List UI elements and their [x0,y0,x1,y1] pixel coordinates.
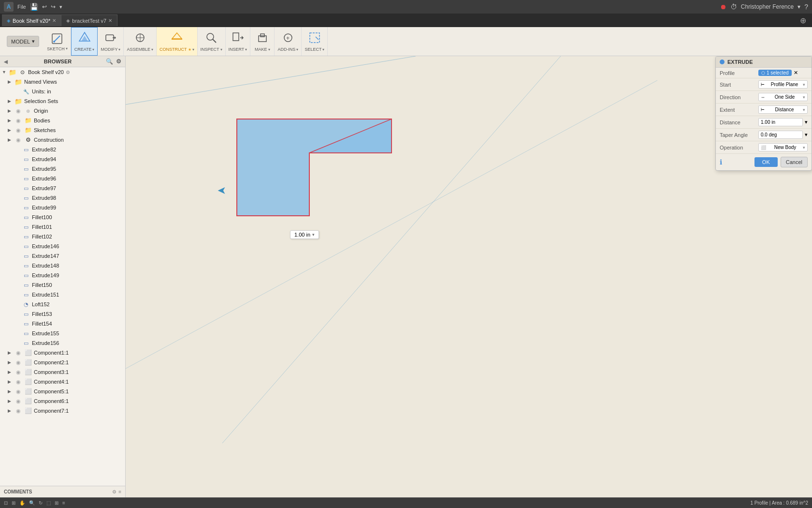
tab-brackettest-close[interactable]: ✕ [108,18,112,23]
undo-button[interactable]: ↩ [42,3,47,10]
bodies-folder-icon: 📁 [24,117,32,124]
svg-rect-13 [233,33,239,41]
sidebar-search-icon[interactable]: 🔍 [106,58,113,65]
construction-arrow: ▶ [8,137,14,142]
sidebar-item-named-views[interactable]: ▶ 📁 Named Views [0,77,125,87]
help-button[interactable]: ? [804,3,808,11]
profile-clear-button[interactable]: ✕ [794,70,798,76]
tree-item-loft152[interactable]: ◔ Loft152 [0,299,125,309]
tree-item-extrude149[interactable]: ▭ Extrude149 [0,270,125,280]
user-dropdown-arrow[interactable]: ▾ [798,3,800,10]
e99-label: Extrude99 [32,205,56,210]
sidebar-collapse-arrow[interactable]: ◀ [4,59,8,64]
canvas[interactable]: ➤ 1.00 in ▾ RIGHT BACK EXTRU [126,56,812,497]
tree-item-extrude82[interactable]: ▭ Extrude82 [0,145,125,154]
file-menu[interactable]: File [17,4,26,10]
tree-item-extrude96[interactable]: ▭ Extrude96 [0,174,125,183]
tab-brackettest[interactable]: ◈ bracketTest v7 ✕ [61,15,117,26]
tree-item-extrude98[interactable]: ▭ Extrude98 [0,193,125,203]
dialog-ok-button[interactable]: OK [754,157,778,167]
dialog-info-button[interactable]: ℹ [720,158,722,166]
sidebar-item-origin[interactable]: ▶ ◉ ⊕ Origin [0,106,125,116]
select-tool[interactable]: SELECT ▾ [302,27,328,56]
status-grid-toggle[interactable]: ⊞ [55,500,58,506]
model-dropdown[interactable]: MODEL ▾ [7,36,39,47]
sidebar-item-sketches[interactable]: ▶ ◉ 📁 Sketches [0,125,125,135]
tabbar-expand[interactable]: ⊕ [800,16,810,25]
svg-marker-10 [172,33,182,39]
tree-item-component7[interactable]: ▶ ◉ ⬜ Component7:1 [0,406,125,416]
tree-item-component3[interactable]: ▶ ◉ ⬜ Component3:1 [0,367,125,377]
sidebar-item-selection-sets[interactable]: ▶ 📁 Selection Sets [0,96,125,106]
status-orbit-icon[interactable]: ↻ [39,500,43,506]
tree-item-fillet101[interactable]: ▭ Fillet101 [0,222,125,232]
addins-tool[interactable]: + ADD-INS ▾ [275,27,302,56]
direction-dropdown[interactable]: ↔ One Side ▾ [758,93,808,101]
modify-tool[interactable]: MODIFY ▾ [98,27,124,56]
comments-collapse-icon[interactable]: ≡ [118,489,121,494]
distance-input-arrow[interactable]: ▾ [805,119,808,125]
save-button[interactable]: 💾 [30,3,38,11]
tree-root[interactable]: ▼ 📁 ⊙ Book Shelf v20 ⚙ [0,67,125,77]
tree-item-component1[interactable]: ▶ ◉ ⬜ Component1:1 [0,348,125,358]
distance-input[interactable] [758,118,803,126]
status-zoom-icon[interactable]: 🔍 [29,500,35,506]
status-grid-icon[interactable]: ⊞ [12,500,15,506]
f100-icon: ▭ [22,213,30,221]
tabbar: ◈ Book Shelf v20* ✕ ◈ bracketTest v7 ✕ ⊕ [0,14,812,27]
tree-item-extrude151[interactable]: ▭ Extrude151 [0,290,125,299]
redo-button[interactable]: ↪ [51,3,56,10]
tree-item-fillet153[interactable]: ▭ Fillet153 [0,309,125,319]
status-display-icon[interactable]: ⬚ [46,500,51,506]
sidebar-item-construction[interactable]: ▶ ◉ ⚙ Construction [0,135,125,145]
tree-item-extrude97[interactable]: ▭ Extrude97 [0,183,125,193]
extent-dropdown[interactable]: ⊢ Distance ▾ [758,105,808,114]
sketch-tool[interactable]: SKETCH ▾ [44,27,71,56]
tree-item-fillet100[interactable]: ▭ Fillet100 [0,212,125,222]
operation-dropdown[interactable]: ⬜ New Body ▾ [758,143,808,151]
start-dropdown[interactable]: ⊢ Profile Plane ▾ [758,80,808,89]
status-pan-icon[interactable]: ✋ [19,500,25,506]
create-tool[interactable]: CREATE ▾ [71,27,98,56]
taper-input-arrow[interactable]: ▾ [805,132,808,138]
comments-settings-icon[interactable]: ⚙ [112,489,116,494]
tab-bookshelf-close[interactable]: ✕ [52,18,56,23]
tree-item-extrude99[interactable]: ▭ Extrude99 [0,203,125,212]
profile-selected-badge[interactable]: ⬡ 1 selected [758,70,792,76]
tree-item-extrude94[interactable]: ▭ Extrude94 [0,154,125,164]
svg-line-19 [126,56,416,105]
make-tool[interactable]: MAKE ▾ [250,27,275,56]
sidebar-item-bodies[interactable]: ▶ ◉ 📁 Bodies [0,116,125,125]
tree-item-extrude146[interactable]: ▭ Extrude146 [0,241,125,251]
tree-item-fillet150[interactable]: ▭ Fillet150 [0,280,125,290]
distance-dropdown-arrow[interactable]: ▾ [312,232,315,237]
inspect-tool[interactable]: INSPECT ▾ [198,27,226,56]
tree-item-extrude155[interactable]: ▭ Extrude155 [0,329,125,338]
distance-label[interactable]: 1.00 in ▾ [290,230,319,239]
tree-item-component4[interactable]: ▶ ◉ ⬜ Component4:1 [0,377,125,387]
dialog-cancel-button[interactable]: Cancel [781,157,808,167]
user-name[interactable]: Christopher Ference [741,3,794,10]
tree-item-extrude156[interactable]: ▭ Extrude156 [0,338,125,348]
status-camera-icon[interactable]: ⊡ [4,500,8,506]
tree-item-component5[interactable]: ▶ ◉ ⬜ Component5:1 [0,387,125,396]
construct-tool[interactable]: CONSTRUCT ★ ▾ [157,27,198,56]
extra-controls[interactable]: ▾ [59,4,62,10]
tree-item-component2[interactable]: ▶ ◉ ⬜ Component2:1 [0,358,125,367]
tree-item-extrude148[interactable]: ▭ Extrude148 [0,261,125,270]
status-extra[interactable]: ≡ [62,500,65,506]
insert-tool[interactable]: INSERT ▾ [226,27,251,56]
create-arrow: ▾ [92,47,94,52]
tab-bookshelf[interactable]: ◈ Book Shelf v20* ✕ [2,15,61,26]
construct-arrow: ▾ [192,47,194,52]
tree-item-fillet102[interactable]: ▭ Fillet102 [0,232,125,241]
tree-item-extrude147[interactable]: ▭ Extrude147 [0,251,125,261]
tree-item-component6[interactable]: ▶ ◉ ⬜ Component6:1 [0,396,125,406]
taper-input[interactable] [758,131,803,139]
sidebar-settings-icon[interactable]: ⚙ [116,58,121,65]
assemble-label: ASSEMBLE ▾ [127,47,153,52]
sidebar-header-icons: 🔍 ⚙ [106,58,121,65]
assemble-tool[interactable]: ASSEMBLE ▾ [124,27,157,56]
tree-item-fillet154[interactable]: ▭ Fillet154 [0,319,125,329]
tree-item-extrude95[interactable]: ▭ Extrude95 [0,164,125,174]
